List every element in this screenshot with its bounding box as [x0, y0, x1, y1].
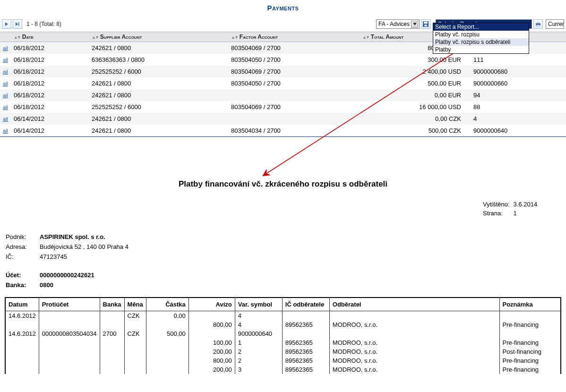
cell-amount: 0,00 CZK: [360, 113, 471, 125]
hdr-odberatel: Odběratel: [329, 298, 499, 311]
hdr-ic: IČ odběratele: [282, 298, 329, 311]
detail-link[interactable]: ail: [3, 57, 8, 63]
chevron-right-icon: [4, 22, 9, 26]
svg-rect-2: [424, 22, 428, 24]
detail-row: 200,00389562365MODROO, s.r.o.Pre-financi…: [5, 365, 561, 374]
hdr-castka: Částka: [146, 298, 189, 311]
sort-icon: ▲▼: [92, 35, 98, 40]
chevron-down-icon: [411, 21, 418, 28]
cell-ref: 88: [471, 101, 566, 113]
cell-factor: 803504069 / 2700: [228, 42, 360, 54]
cell-date: 06/18/2012: [11, 54, 89, 66]
cell-date: 06/14/2012: [11, 113, 89, 125]
detail-row: 14.6.201200000008035040342700CZK500,0090…: [5, 329, 561, 338]
cell-supplier: 242621 / 0800: [89, 42, 228, 54]
detail-link[interactable]: ail: [3, 45, 8, 51]
hdr-vs: Var. symbol: [235, 298, 282, 311]
view-select[interactable]: FA - Advices: [376, 19, 420, 29]
svg-rect-0: [18, 22, 19, 26]
cell-date: 06/18/2012: [11, 66, 89, 77]
report-option-0[interactable]: Select a Report...: [433, 23, 529, 31]
cell-amount: 500,00 EUR: [360, 77, 471, 89]
sort-icon: ▲▼: [14, 35, 20, 40]
cell-ref: 94: [471, 89, 566, 101]
page-label: Strana:: [483, 209, 513, 217]
report-select-dropdown[interactable]: Select a Report... Platby vč. rozpisu Pl…: [433, 23, 529, 54]
report-detail-table: Datum Protiúčet Banka Měna Částka Avízo …: [5, 297, 561, 374]
table-row[interactable]: ail06/18/2012252525252 / 6000803504069 /…: [0, 66, 566, 77]
detail-row: 200,00289562365MODROO, s.r.o.Post-financ…: [5, 347, 561, 356]
cell-date: 06/18/2012: [11, 42, 89, 54]
cell-ref: 9000000640: [471, 125, 566, 137]
cell-date: 06/14/2012: [11, 125, 89, 137]
save-icon: [422, 21, 429, 27]
hdr-mena: Měna: [124, 298, 146, 311]
cell-ref: 9000000660: [471, 77, 566, 89]
col-factor[interactable]: ▲▼Factor Account: [228, 32, 360, 42]
cell-ref: 9000000680: [471, 66, 566, 77]
hdr-banka: Banka: [100, 298, 124, 311]
cell-date: 06/18/2012: [11, 77, 89, 89]
chevron-end-icon: [15, 22, 20, 26]
view-select-value: FA - Advices: [378, 21, 410, 27]
report-option-3[interactable]: Platby: [433, 46, 529, 53]
sort-icon: ▲▼: [362, 35, 369, 40]
cell-supplier: 252525252 / 6000: [89, 66, 228, 77]
svg-rect-6: [537, 25, 540, 26]
table-row[interactable]: ail06/14/2012242621 / 08000,00 CZK4: [0, 113, 566, 125]
hdr-poznamka: Poznámka: [499, 298, 561, 311]
cell-supplier: 6363636363 / 0800: [89, 54, 228, 66]
print-button[interactable]: [533, 19, 543, 29]
col-supplier[interactable]: ▲▼Supplier Account: [89, 32, 228, 42]
table-row[interactable]: ail06/14/2012242621 / 0800803504034 / 27…: [0, 125, 566, 137]
sort-icon: ▲▼: [231, 35, 238, 40]
printed-value: 3.6.2014: [514, 200, 540, 208]
cell-supplier: 242621 / 0800: [89, 125, 228, 137]
hdr-protiucet: Protiúčet: [39, 298, 100, 311]
cell-factor: [228, 113, 360, 125]
table-row[interactable]: ail06/18/20126363636363 / 0800803504050 …: [0, 54, 566, 66]
detail-link[interactable]: ail: [3, 104, 8, 110]
cell-amount: 300,00 EUR: [360, 54, 471, 66]
currency-field[interactable]: Curren: [546, 19, 564, 29]
cell-supplier: 242621 / 0800: [89, 77, 228, 89]
col-date[interactable]: ▲▼Date: [11, 32, 89, 42]
table-row[interactable]: ail06/18/2012242621 / 0800803504050 / 27…: [0, 77, 566, 89]
report-preview: Platby financování vč. zkráceného rozpis…: [0, 179, 566, 374]
detail-row: 100,00189562365MODROO, s.r.o.Pre-financi…: [5, 338, 561, 347]
detail-row: 14.6.2012CZK0,004: [5, 311, 561, 321]
detail-link[interactable]: ail: [3, 116, 8, 122]
printed-label: Vytištěno:: [483, 200, 513, 208]
cell-amount: 500,00 CZK: [360, 125, 471, 137]
cell-factor: 803504050 / 2700: [228, 54, 360, 66]
cell-ref: 4: [471, 113, 566, 125]
next-page-button[interactable]: [2, 19, 11, 29]
detail-link[interactable]: ail: [3, 81, 8, 86]
detail-link[interactable]: ail: [3, 69, 8, 75]
cell-amount: 2 400,00 USD: [360, 66, 471, 77]
cell-date: 06/18/2012: [11, 89, 89, 101]
table-row[interactable]: ail06/18/2012252525252 / 6000803504069 /…: [0, 101, 566, 113]
cell-factor: 803504034 / 2700: [228, 125, 360, 137]
company-block: Podnik:ASPIRINEK spol. s r.o. Adresa:Bud…: [5, 231, 561, 290]
report-option-2[interactable]: Platby vč. rozpisu s odběrateli: [433, 38, 529, 46]
report-meta: Vytištěno:3.6.2014 Strana:1: [482, 199, 561, 218]
table-row[interactable]: ail06/18/2012242621 / 08000,00 EUR94: [0, 89, 566, 101]
cell-supplier: 252525252 / 6000: [89, 101, 228, 113]
save-button[interactable]: [421, 19, 430, 29]
currency-value: Curren: [548, 21, 564, 27]
detail-row: 800,00489562365MODROO, s.r.o.Pre-financi…: [5, 320, 561, 329]
detail-link[interactable]: ail: [3, 128, 8, 134]
detail-link[interactable]: ail: [3, 93, 8, 98]
cell-supplier: 242621 / 0800: [89, 113, 228, 125]
cell-factor: [228, 89, 360, 101]
printer-icon: [535, 21, 541, 27]
report-title: Platby financování vč. zkráceného rozpis…: [5, 179, 561, 189]
hdr-datum: Datum: [5, 298, 39, 311]
report-option-1[interactable]: Platby vč. rozpisu: [433, 31, 529, 38]
last-page-button[interactable]: [13, 19, 22, 29]
page-value: 1: [514, 209, 540, 217]
cell-factor: 803504069 / 2700: [228, 66, 360, 77]
svg-rect-3: [424, 25, 427, 26]
cell-date: 06/18/2012: [11, 101, 89, 113]
